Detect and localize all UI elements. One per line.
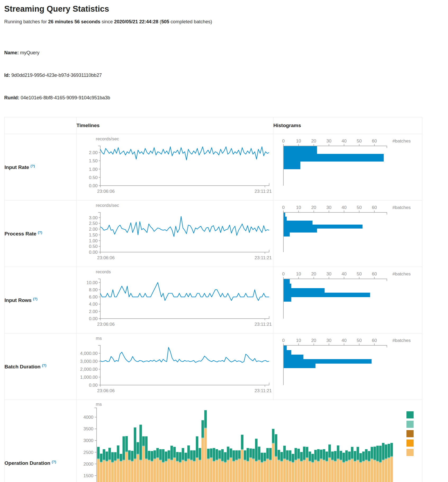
- x-start-label: 23:06:06: [97, 255, 115, 260]
- row-label-batch-duration: Batch Duration (?): [4, 333, 76, 400]
- x-start-label: 23:06:06: [97, 322, 115, 327]
- svg-text:0: 0: [282, 205, 284, 210]
- input-rows-timeline: records0.002.004.006.008.0010.0023:06:06…: [76, 267, 273, 332]
- operation-duration-chart: ms0500100015002000250030003500400023:06:…: [76, 400, 422, 482]
- x-end-label: 23:11:21: [255, 189, 272, 194]
- table-header-row: Timelines Histograms: [4, 117, 422, 134]
- completed-batches-count: 505: [161, 19, 169, 24]
- svg-text:50: 50: [357, 139, 362, 144]
- table-row: Input Rate (?) records/sec0.000.501.001.…: [4, 134, 422, 200]
- query-name-line: Name: myQuery: [4, 49, 448, 56]
- svg-text:8.00: 8.00: [89, 287, 98, 292]
- input-rows-timeline-chart: records0.002.004.006.008.0010.0023:06:06…: [76, 267, 273, 333]
- svg-text:0: 0: [282, 338, 284, 343]
- process-rate-timeline-chart: records/sec0.000.501.001.502.002.503.002…: [76, 200, 273, 267]
- svg-text:30: 30: [326, 271, 331, 276]
- svg-text:50: 50: [357, 338, 362, 343]
- running-duration: 26 minutes 56 seconds: [48, 19, 100, 24]
- svg-text:3,000.00: 3,000.00: [80, 359, 98, 364]
- svg-text:20: 20: [311, 271, 316, 276]
- input-rows-histogram: 0102030405060#batches: [273, 267, 422, 332]
- row-label-input-rows: Input Rows (?): [4, 267, 76, 333]
- operation-duration-chart: ms0500100015002000250030003500400023:06:…: [76, 400, 422, 482]
- svg-text:4,000.00: 4,000.00: [80, 351, 98, 356]
- batches-axis-label: #batches: [392, 338, 411, 343]
- batch-duration-histogram: 0102030405060#batches: [273, 333, 422, 399]
- process-rate-histogram: 0102030405060#batches: [273, 200, 422, 266]
- row-label-operation-duration: Operation Duration (?): [4, 400, 76, 482]
- svg-text:60: 60: [372, 205, 377, 210]
- input-rate-histogram: 0102030405060#batches: [273, 134, 422, 199]
- svg-text:1500: 1500: [83, 473, 93, 478]
- svg-text:3.00: 3.00: [89, 215, 98, 220]
- svg-text:0.50: 0.50: [89, 175, 98, 180]
- svg-text:2000: 2000: [83, 462, 93, 467]
- start-datetime: 2020/05/21 22:44:28: [114, 19, 158, 24]
- svg-text:60: 60: [372, 139, 377, 144]
- help-icon[interactable]: (?): [38, 230, 42, 234]
- svg-text:0.50: 0.50: [89, 244, 98, 249]
- help-icon[interactable]: (?): [42, 363, 46, 367]
- svg-text:30: 30: [326, 338, 331, 343]
- query-runid-line: RunId: 04e101e6-8bf8-4165-9099-9104c951b…: [4, 94, 448, 101]
- batches-axis-label: #batches: [392, 139, 411, 144]
- legend-swatch: [406, 440, 414, 447]
- x-end-label: 23:11:21: [255, 388, 272, 393]
- unit-label: ms: [96, 402, 102, 407]
- unit-label: records/sec: [96, 203, 119, 208]
- svg-text:0: 0: [282, 271, 284, 276]
- svg-text:50: 50: [357, 271, 362, 276]
- batches-axis-label: #batches: [392, 205, 411, 210]
- batches-axis-label: #batches: [392, 271, 411, 276]
- row-label-input-rate: Input Rate (?): [4, 134, 76, 200]
- svg-text:60: 60: [372, 338, 377, 343]
- page-title: Streaming Query Statistics: [4, 4, 448, 14]
- svg-text:0.00: 0.00: [89, 383, 98, 388]
- svg-text:40: 40: [342, 205, 347, 210]
- svg-text:10: 10: [296, 271, 301, 276]
- svg-text:20: 20: [311, 139, 316, 144]
- streaming-query-statistics-page: { "header": { "title": "Streaming Query …: [0, 4, 448, 482]
- unit-label: records/sec: [96, 136, 119, 141]
- legend-swatch: [406, 411, 414, 418]
- table-row: Process Rate (?) records/sec0.000.501.00…: [4, 200, 422, 267]
- empty-header-cell: [4, 117, 76, 134]
- histograms-header: Histograms: [273, 117, 422, 134]
- svg-text:0: 0: [282, 139, 284, 144]
- svg-text:3500: 3500: [83, 426, 93, 431]
- x-start-label: 23:06:06: [97, 388, 115, 393]
- svg-text:1.50: 1.50: [89, 158, 98, 163]
- svg-text:30: 30: [326, 139, 331, 144]
- batch-duration-timeline-chart: ms0.001,000.002,000.003,000.004,000.0023…: [76, 333, 273, 400]
- svg-text:10: 10: [296, 205, 301, 210]
- x-end-label: 23:11:21: [255, 255, 272, 260]
- input-rate-timeline-chart: records/sec0.000.501.001.502.0023:06:062…: [76, 134, 273, 200]
- svg-text:10: 10: [296, 139, 301, 144]
- svg-text:2500: 2500: [83, 450, 93, 455]
- svg-text:20: 20: [311, 338, 316, 343]
- svg-text:10: 10: [296, 338, 301, 343]
- help-icon[interactable]: (?): [33, 297, 38, 301]
- unit-label: ms: [96, 336, 102, 341]
- batch-duration-timeline: ms0.001,000.002,000.003,000.004,000.0023…: [76, 333, 273, 399]
- help-icon[interactable]: (?): [52, 460, 56, 464]
- svg-text:6.00: 6.00: [89, 294, 98, 300]
- svg-text:1.00: 1.00: [89, 167, 98, 172]
- timelines-header: Timelines: [76, 117, 273, 134]
- running-batches-summary: Running batches for 26 minutes 56 second…: [4, 19, 448, 25]
- help-icon[interactable]: (?): [30, 164, 35, 168]
- svg-text:60: 60: [372, 271, 377, 276]
- row-label-process-rate: Process Rate (?): [4, 200, 76, 267]
- svg-text:40: 40: [342, 338, 347, 343]
- input-rows-histogram-chart: 0102030405060#batches: [273, 267, 422, 333]
- statistics-table: Timelines Histograms Input Rate (?) reco…: [4, 117, 422, 482]
- x-end-label: 23:11:21: [255, 322, 272, 327]
- query-meta: Name: myQuery Id: 9d0dd219-995d-423e-b97…: [4, 34, 448, 109]
- process-rate-timeline: records/sec0.000.501.001.502.002.503.002…: [76, 200, 273, 266]
- svg-text:3000: 3000: [83, 438, 93, 443]
- legend-swatch: [406, 421, 414, 428]
- svg-text:0.00: 0.00: [89, 183, 98, 188]
- svg-text:2.50: 2.50: [89, 221, 98, 226]
- svg-text:2.00: 2.00: [89, 227, 98, 232]
- svg-text:20: 20: [311, 205, 316, 210]
